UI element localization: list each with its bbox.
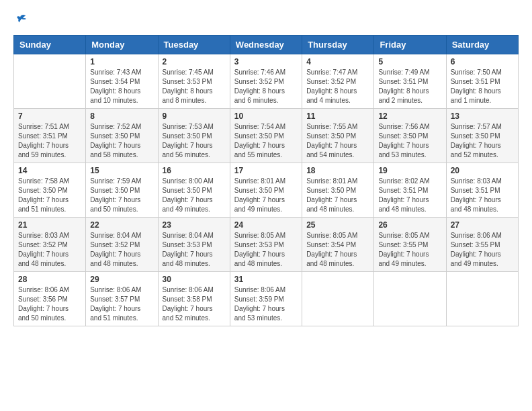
calendar-cell: 31Sunrise: 8:06 AM Sunset: 3:59 PM Dayli…	[230, 272, 302, 326]
day-number: 25	[306, 220, 369, 230]
calendar-cell: 9Sunrise: 7:53 AM Sunset: 3:50 PM Daylig…	[158, 109, 230, 163]
day-number: 13	[451, 111, 514, 121]
calendar-cell: 21Sunrise: 8:03 AM Sunset: 3:52 PM Dayli…	[14, 218, 86, 272]
day-info: Sunrise: 7:51 AM Sunset: 3:51 PM Dayligh…	[18, 122, 81, 160]
day-info: Sunrise: 8:06 AM Sunset: 3:57 PM Dayligh…	[90, 285, 153, 323]
logo-bird-icon	[15, 13, 28, 28]
day-info: Sunrise: 7:46 AM Sunset: 3:52 PM Dayligh…	[234, 68, 298, 105]
day-info: Sunrise: 8:03 AM Sunset: 3:52 PM Dayligh…	[18, 231, 81, 269]
day-info: Sunrise: 8:04 AM Sunset: 3:53 PM Dayligh…	[163, 231, 226, 269]
day-number: 16	[163, 166, 226, 175]
page-header	[13, 13, 519, 28]
day-info: Sunrise: 8:06 AM Sunset: 3:58 PM Dayligh…	[163, 285, 226, 323]
day-number: 21	[18, 220, 81, 230]
day-info: Sunrise: 8:05 AM Sunset: 3:53 PM Dayligh…	[234, 231, 298, 269]
calendar-cell: 7Sunrise: 7:51 AM Sunset: 3:51 PM Daylig…	[14, 109, 86, 163]
day-number: 29	[90, 275, 153, 284]
calendar-cell: 6Sunrise: 7:50 AM Sunset: 3:51 PM Daylig…	[446, 54, 518, 109]
day-info: Sunrise: 8:02 AM Sunset: 3:51 PM Dayligh…	[378, 177, 441, 214]
day-number: 4	[306, 57, 369, 66]
calendar-table: SundayMondayTuesdayWednesdayThursdayFrid…	[13, 35, 519, 326]
day-number: 14	[18, 166, 81, 175]
weekday-header-friday: Friday	[374, 36, 446, 54]
day-info: Sunrise: 8:03 AM Sunset: 3:51 PM Dayligh…	[451, 177, 514, 214]
calendar-cell: 13Sunrise: 7:57 AM Sunset: 3:50 PM Dayli…	[446, 109, 518, 163]
day-number: 23	[163, 220, 226, 230]
calendar-cell: 19Sunrise: 8:02 AM Sunset: 3:51 PM Dayli…	[374, 163, 446, 218]
day-number: 9	[163, 111, 226, 121]
calendar-cell	[446, 272, 518, 326]
calendar-cell: 25Sunrise: 8:05 AM Sunset: 3:54 PM Dayli…	[302, 218, 374, 272]
day-number: 5	[378, 57, 441, 66]
logo	[13, 13, 28, 28]
calendar-cell: 22Sunrise: 8:04 AM Sunset: 3:52 PM Dayli…	[86, 218, 158, 272]
day-number: 26	[378, 220, 441, 230]
day-info: Sunrise: 8:06 AM Sunset: 3:56 PM Dayligh…	[18, 285, 81, 323]
calendar-cell: 12Sunrise: 7:56 AM Sunset: 3:50 PM Dayli…	[374, 109, 446, 163]
day-info: Sunrise: 7:45 AM Sunset: 3:53 PM Dayligh…	[163, 68, 226, 105]
calendar-cell: 24Sunrise: 8:05 AM Sunset: 3:53 PM Dayli…	[230, 218, 302, 272]
day-number: 1	[90, 57, 153, 66]
day-number: 24	[234, 220, 298, 230]
day-info: Sunrise: 7:53 AM Sunset: 3:50 PM Dayligh…	[163, 122, 226, 160]
day-number: 3	[234, 57, 298, 66]
day-info: Sunrise: 8:06 AM Sunset: 3:55 PM Dayligh…	[451, 231, 514, 269]
calendar-header-row: SundayMondayTuesdayWednesdayThursdayFrid…	[14, 36, 519, 54]
day-info: Sunrise: 7:57 AM Sunset: 3:50 PM Dayligh…	[451, 122, 514, 160]
calendar-cell: 20Sunrise: 8:03 AM Sunset: 3:51 PM Dayli…	[446, 163, 518, 218]
day-info: Sunrise: 7:49 AM Sunset: 3:51 PM Dayligh…	[378, 68, 441, 105]
weekday-header-monday: Monday	[86, 36, 158, 54]
weekday-header-sunday: Sunday	[14, 36, 86, 54]
calendar-cell: 30Sunrise: 8:06 AM Sunset: 3:58 PM Dayli…	[158, 272, 230, 326]
day-number: 12	[378, 111, 441, 121]
calendar-week-row: 28Sunrise: 8:06 AM Sunset: 3:56 PM Dayli…	[14, 272, 519, 326]
day-number: 8	[90, 111, 153, 121]
calendar-cell: 4Sunrise: 7:47 AM Sunset: 3:52 PM Daylig…	[302, 54, 374, 109]
day-info: Sunrise: 7:52 AM Sunset: 3:50 PM Dayligh…	[90, 122, 153, 160]
calendar-cell: 5Sunrise: 7:49 AM Sunset: 3:51 PM Daylig…	[374, 54, 446, 109]
day-number: 20	[451, 166, 514, 175]
weekday-header-saturday: Saturday	[446, 36, 518, 54]
calendar-cell	[374, 272, 446, 326]
day-info: Sunrise: 8:00 AM Sunset: 3:50 PM Dayligh…	[163, 177, 226, 214]
calendar-body: 1Sunrise: 7:43 AM Sunset: 3:54 PM Daylig…	[14, 54, 519, 326]
calendar-cell: 29Sunrise: 8:06 AM Sunset: 3:57 PM Dayli…	[86, 272, 158, 326]
calendar-cell	[302, 272, 374, 326]
calendar-cell: 27Sunrise: 8:06 AM Sunset: 3:55 PM Dayli…	[446, 218, 518, 272]
day-number: 6	[451, 57, 514, 66]
calendar-cell: 16Sunrise: 8:00 AM Sunset: 3:50 PM Dayli…	[158, 163, 230, 218]
day-info: Sunrise: 8:06 AM Sunset: 3:59 PM Dayligh…	[234, 285, 298, 323]
day-number: 19	[378, 166, 441, 175]
day-info: Sunrise: 7:47 AM Sunset: 3:52 PM Dayligh…	[306, 68, 369, 105]
day-number: 30	[163, 275, 226, 284]
day-info: Sunrise: 7:55 AM Sunset: 3:50 PM Dayligh…	[306, 122, 369, 160]
day-info: Sunrise: 7:54 AM Sunset: 3:50 PM Dayligh…	[234, 122, 298, 160]
calendar-cell: 14Sunrise: 7:58 AM Sunset: 3:50 PM Dayli…	[14, 163, 86, 218]
calendar-week-row: 1Sunrise: 7:43 AM Sunset: 3:54 PM Daylig…	[14, 54, 519, 109]
calendar-cell: 28Sunrise: 8:06 AM Sunset: 3:56 PM Dayli…	[14, 272, 86, 326]
calendar-cell: 10Sunrise: 7:54 AM Sunset: 3:50 PM Dayli…	[230, 109, 302, 163]
day-number: 28	[18, 275, 81, 284]
day-info: Sunrise: 8:04 AM Sunset: 3:52 PM Dayligh…	[90, 231, 153, 269]
day-number: 18	[306, 166, 369, 175]
calendar-cell: 11Sunrise: 7:55 AM Sunset: 3:50 PM Dayli…	[302, 109, 374, 163]
calendar-cell: 17Sunrise: 8:01 AM Sunset: 3:50 PM Dayli…	[230, 163, 302, 218]
day-number: 11	[306, 111, 369, 121]
weekday-header-tuesday: Tuesday	[158, 36, 230, 54]
calendar-cell: 1Sunrise: 7:43 AM Sunset: 3:54 PM Daylig…	[86, 54, 158, 109]
day-info: Sunrise: 7:58 AM Sunset: 3:50 PM Dayligh…	[18, 177, 81, 214]
day-info: Sunrise: 7:43 AM Sunset: 3:54 PM Dayligh…	[90, 68, 153, 105]
calendar-week-row: 21Sunrise: 8:03 AM Sunset: 3:52 PM Dayli…	[14, 218, 519, 272]
calendar-cell: 23Sunrise: 8:04 AM Sunset: 3:53 PM Dayli…	[158, 218, 230, 272]
weekday-header-thursday: Thursday	[302, 36, 374, 54]
calendar-cell: 2Sunrise: 7:45 AM Sunset: 3:53 PM Daylig…	[158, 54, 230, 109]
calendar-cell	[14, 54, 86, 109]
calendar-week-row: 7Sunrise: 7:51 AM Sunset: 3:51 PM Daylig…	[14, 109, 519, 163]
day-info: Sunrise: 7:59 AM Sunset: 3:50 PM Dayligh…	[90, 177, 153, 214]
calendar-cell: 26Sunrise: 8:05 AM Sunset: 3:55 PM Dayli…	[374, 218, 446, 272]
day-number: 31	[234, 275, 298, 284]
calendar-cell: 15Sunrise: 7:59 AM Sunset: 3:50 PM Dayli…	[86, 163, 158, 218]
calendar-cell: 18Sunrise: 8:01 AM Sunset: 3:50 PM Dayli…	[302, 163, 374, 218]
calendar-week-row: 14Sunrise: 7:58 AM Sunset: 3:50 PM Dayli…	[14, 163, 519, 218]
day-number: 27	[451, 220, 514, 230]
